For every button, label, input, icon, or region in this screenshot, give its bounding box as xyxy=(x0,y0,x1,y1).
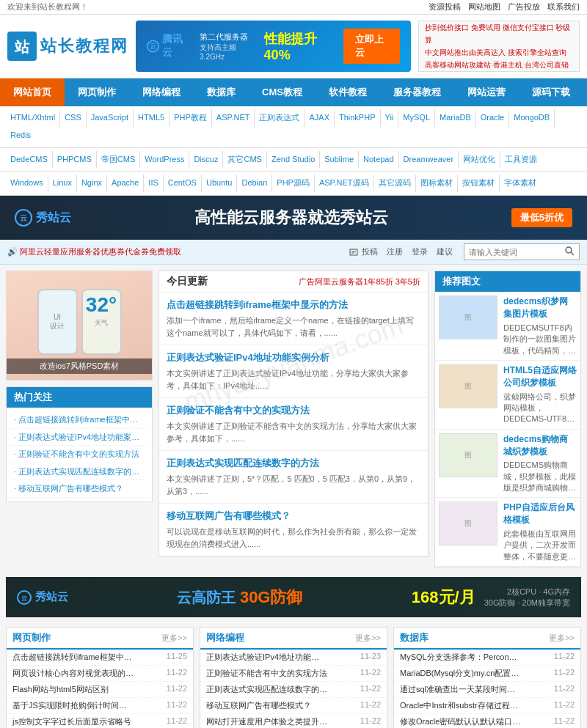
hot-item-2[interactable]: · 正则验证不能含有中文的实现方法 xyxy=(10,446,148,463)
sub-nav-item-1-2[interactable]: 帝国CMS xyxy=(97,151,140,169)
bottom-link-1-1[interactable]: 正则验证不能含有中文的实现方法 xyxy=(206,668,327,679)
sub-nav-item-0-12[interactable]: Oracle xyxy=(476,109,509,127)
bottom-link-1-4[interactable]: 网站打开速度用户体验之类提升,兼容性强大扩展 xyxy=(206,716,327,727)
sub-nav-item-0-9[interactable]: Yii xyxy=(381,109,399,127)
sub-nav-item-2-1[interactable]: Linux xyxy=(48,174,77,192)
bottom-link-1-3[interactable]: 移动互联网广告有哪些模式？ xyxy=(206,700,327,711)
sub-nav-item-1-4[interactable]: Discuz xyxy=(189,151,223,169)
sub-nav-item-2-5[interactable]: CentOS xyxy=(164,174,202,192)
logo[interactable]: 站 站长教程网 xyxy=(7,32,128,61)
bottom-link-1-2[interactable]: 正则表达式实现匹配连续数字的方法 xyxy=(206,684,327,695)
hot-item-0[interactable]: · 点击超链接跳转到iframe框架中显示的方法 xyxy=(10,411,148,429)
article-title-3[interactable]: 正则表达式实现匹配连续数字的方法 xyxy=(167,457,420,470)
sub-nav-item-2-11[interactable]: 图标素材 xyxy=(416,174,458,192)
sub-nav-item-2-13[interactable]: 字体素材 xyxy=(500,174,541,192)
sub-nav-item-2-4[interactable]: IIS xyxy=(144,174,163,192)
bottom-link-2-4[interactable]: 修改Oracle密码默认认默认端口号1521的方法 xyxy=(400,716,521,727)
main-nav-item-6[interactable]: 服务器教程 xyxy=(380,78,454,106)
sub-nav-item-2-12[interactable]: 按钮素材 xyxy=(458,174,500,192)
link-sitemap[interactable]: 网站地图 xyxy=(468,1,500,12)
bottom-link-2-1[interactable]: MariaDB(Mysql分支)my.cn配置文件中文注释 xyxy=(400,668,521,679)
hot-item-1[interactable]: · 正则表达式验证IPv4地址功能案例分析 xyxy=(10,429,148,446)
sub-nav-item-0-7[interactable]: AJAX xyxy=(305,109,335,127)
link-advertise[interactable]: 广告投放 xyxy=(508,1,540,12)
main-nav-item-0[interactable]: 网站首页 xyxy=(0,78,65,106)
blue-banner-logo: 云 秀站云 xyxy=(15,209,71,227)
main-nav-item-5[interactable]: 软件教程 xyxy=(316,78,380,106)
bottom-link-2-2[interactable]: 通过sql准确查出一天某段时间的方法 xyxy=(400,684,521,695)
sub-nav-item-1-6[interactable]: Zend Studio xyxy=(267,151,320,169)
bottom-link-0-1[interactable]: 网页设计核心内容对视觉表现的影响 xyxy=(12,668,134,679)
link-resource[interactable]: 资源投稿 xyxy=(429,1,461,12)
sub-nav-item-2-7[interactable]: Debian xyxy=(237,174,272,192)
sub-nav-item-0-0[interactable]: HTML/Xhtml xyxy=(6,109,60,127)
link-suggest[interactable]: 建议 xyxy=(437,246,453,257)
hot-item-3[interactable]: · 正则表达式实现匹配连续数字的方法 xyxy=(10,463,148,481)
sub-nav-item-0-4[interactable]: PHP教程 xyxy=(169,109,212,127)
sub-nav-item-1-11[interactable]: 工具资源 xyxy=(500,151,542,169)
sub-nav-item-1-1[interactable]: PHPCMS xyxy=(53,151,97,169)
bottom-col-more-1[interactable]: 更多>> xyxy=(355,633,381,644)
sub-nav-item-1-3[interactable]: WordPress xyxy=(140,151,189,169)
sub-nav-item-0-6[interactable]: 正则表达式 xyxy=(255,109,305,127)
sub-nav-item-0-14[interactable]: Redis xyxy=(6,127,35,144)
article-title-0[interactable]: 点击超链接跳转到iframe框架中显示的方法 xyxy=(167,298,420,312)
main-nav-item-3[interactable]: 数据库 xyxy=(194,78,249,106)
sub-nav-item-0-3[interactable]: HTML5 xyxy=(134,109,169,127)
bottom-link-2-3[interactable]: Oracle中Instr和substr存储过程详解 xyxy=(400,700,521,711)
content-right: 推荐图文 图 dedecms织梦网集图片模板 DEDECMSUTF8内制作的一款… xyxy=(434,271,581,567)
link-contact[interactable]: 联系我们 xyxy=(547,1,580,12)
blue-banner-badge[interactable]: 最低5折优 xyxy=(511,208,572,227)
link-login[interactable]: 登录 xyxy=(412,246,428,257)
sub-nav-item-0-10[interactable]: MySQL xyxy=(398,109,435,127)
search-input[interactable] xyxy=(469,248,564,257)
search-button[interactable] xyxy=(564,246,575,258)
sub-nav-item-2-6[interactable]: Ubuntu xyxy=(202,174,237,192)
link-register[interactable]: 注册 xyxy=(387,246,403,257)
sub-nav-item-0-2[interactable]: JavaScript xyxy=(87,109,134,127)
sub-nav-item-1-9[interactable]: Dreamweaver xyxy=(399,151,459,169)
sub-nav-item-0-8[interactable]: ThinkPHP xyxy=(335,109,381,127)
banner-btn[interactable]: 立即上云 xyxy=(343,29,400,64)
sub-nav-item-0-1[interactable]: CSS xyxy=(60,109,87,127)
bottom-col-more-0[interactable]: 更多>> xyxy=(161,633,187,644)
article-title-2[interactable]: 正则验证不能含有中文的实现方法 xyxy=(167,404,420,417)
bottom-link-0-2[interactable]: Flash网站与html5网站区别 xyxy=(12,684,134,695)
sub-nav-item-1-0[interactable]: DedeCMS xyxy=(6,151,53,169)
bottom-link-1-0[interactable]: 正则表达式验证IPv4地址功能实例分析 xyxy=(206,652,327,663)
sub-nav-item-0-5[interactable]: ASP.NET xyxy=(212,109,255,127)
bottom-link-0-3[interactable]: 基于JS实现限时抢购倒计时间代码 xyxy=(12,700,134,711)
article-title-1[interactable]: 正则表达式验证IPv4地址功能实例分析 xyxy=(167,351,420,364)
header-banner[interactable]: 云 腾讯云 第二代服务器 支持高主频3.2GHz 性能提升40% 立即上云 xyxy=(136,21,411,72)
bottom-item-2-1: MariaDB(Mysql分支)my.cn配置文件中文注释 11-22 xyxy=(394,666,580,682)
article-title-4[interactable]: 移动互联网广告有哪些模式？ xyxy=(167,510,420,523)
main-nav-item-8[interactable]: 源码下载 xyxy=(519,78,583,106)
main-nav-item-1[interactable]: 网页制作 xyxy=(65,78,129,106)
main-nav-item-4[interactable]: CMS教程 xyxy=(249,78,316,106)
recommend-title-0[interactable]: dedecms织梦网集图片模板 xyxy=(503,295,577,320)
hot-item-4[interactable]: · 移动互联网广告有哪些模式？ xyxy=(10,480,148,498)
bottom-link-0-4[interactable]: js控制文字字过长后面显示省略号 xyxy=(12,716,134,727)
sub-nav-item-2-3[interactable]: Apache xyxy=(107,174,144,192)
sub-nav-item-2-8[interactable]: PHP源码 xyxy=(272,174,315,192)
sub-nav-item-2-0[interactable]: Windows xyxy=(6,174,48,192)
bottom-col-more-2[interactable]: 更多>> xyxy=(549,633,575,644)
sub-nav-item-1-5[interactable]: 其它CMS xyxy=(223,151,266,169)
recommend-title-1[interactable]: HTML5自适应网络公司织梦模板 xyxy=(503,364,577,389)
link-submit[interactable]: 投稿 xyxy=(349,246,378,257)
main-nav-item-2[interactable]: 网络编程 xyxy=(129,78,194,106)
sub-nav-item-1-7[interactable]: Sublime xyxy=(320,151,359,169)
bottom-link-0-0[interactable]: 点击超链接跳转到iframe框架中显示的方法 xyxy=(12,652,134,663)
sub-nav-item-1-10[interactable]: 网站优化 xyxy=(459,151,500,169)
sub-nav-item-2-10[interactable]: 其它源码 xyxy=(374,174,416,192)
sub-nav-item-0-13[interactable]: MongoDB xyxy=(509,109,555,127)
bottom-col-1: 网络编程 更多>> 正则表达式验证IPv4地址功能实例分析 11-23 正则验证… xyxy=(200,627,387,728)
sub-nav-item-2-2[interactable]: Nginx xyxy=(77,174,107,192)
sub-nav-item-1-8[interactable]: Notepad xyxy=(359,151,399,169)
main-nav-item-7[interactable]: 网站运营 xyxy=(454,78,519,106)
sub-nav-item-2-9[interactable]: ASP.NET源码 xyxy=(315,174,374,192)
bottom-link-2-0[interactable]: MySQL分支选择参考：Percona还是MariaDB xyxy=(400,652,521,663)
recommend-title-3[interactable]: PHP自适应后台风格模板 xyxy=(503,501,577,526)
recommend-title-2[interactable]: dedecms购物商城织梦模板 xyxy=(503,433,577,458)
sub-nav-item-0-11[interactable]: MariaDB xyxy=(435,109,476,127)
